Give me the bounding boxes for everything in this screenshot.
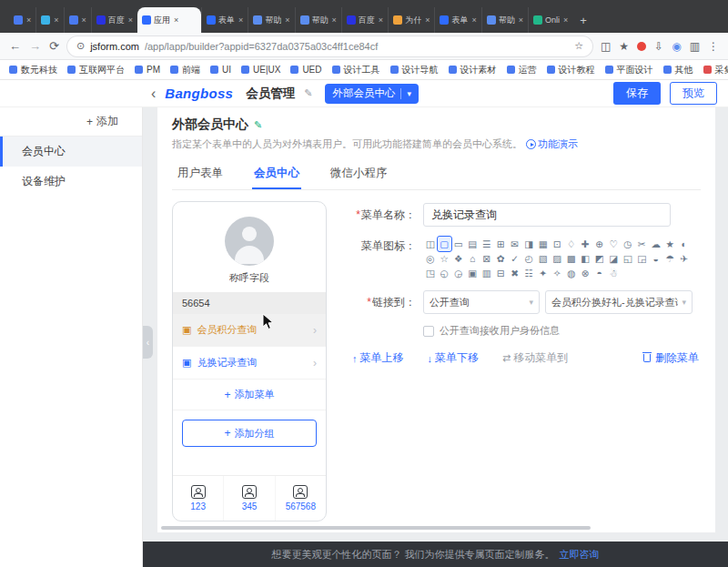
menu-name-input[interactable] [423, 203, 671, 227]
edit-tag-icon[interactable]: ✎ [254, 119, 262, 131]
menu-icon-option[interactable]: ⊡ [551, 237, 565, 251]
menu-icon-option[interactable]: ▭ [451, 237, 466, 251]
menu-icon-option[interactable]: ✧ [551, 266, 565, 280]
toolbar-icon[interactable]: ◉ [672, 40, 681, 53]
bookmark-item[interactable]: 设计工具 [332, 64, 380, 76]
bookmark-item[interactable]: 设计导航 [390, 64, 439, 76]
center-selector[interactable]: 外部会员中心 ▾ [325, 84, 419, 104]
bookmark-item[interactable]: 平面设计 [605, 64, 653, 76]
menu-icon-option[interactable]: ◧ [579, 251, 593, 266]
reload-icon[interactable]: ⟳ [49, 39, 59, 53]
tab-close-icon[interactable]: × [238, 15, 243, 25]
menu-icon-option[interactable]: ⊗ [579, 266, 593, 280]
menu-down-button[interactable]: ↓ 菜单下移 [428, 350, 480, 366]
menu-icon-option[interactable]: ✉ [508, 237, 522, 251]
menu-icon-option[interactable]: ❖ [451, 251, 466, 266]
menu-icon-option[interactable]: ◎ [423, 251, 438, 266]
phone-menu-item[interactable]: ▣兑换记录查询› [173, 347, 326, 380]
link-type-select[interactable]: 公开查询 ▾ [423, 290, 540, 314]
page-tab[interactable]: 会员中心 [252, 158, 301, 189]
menu-icon-option[interactable]: ◱ [621, 251, 635, 266]
menu-icon-option[interactable]: ▩ [564, 251, 579, 266]
menu-icon-option[interactable]: ✈ [677, 251, 692, 266]
menu-icon-option[interactable]: ✚ [579, 237, 593, 251]
bookmark-item[interactable]: UED [290, 65, 321, 75]
bookmark-item[interactable]: 互联网平台 [67, 64, 125, 76]
toolbar-icon[interactable]: ⇩ [654, 40, 663, 53]
browser-tab[interactable]: 帮助× [295, 7, 341, 33]
tab-close-icon[interactable]: × [54, 15, 58, 25]
menu-icon-option[interactable]: ▦ [536, 237, 551, 251]
browser-tab[interactable]: 帮助× [248, 7, 294, 33]
menu-icon-option[interactable]: ✓ [508, 251, 522, 266]
bookmark-item[interactable]: 采集到花瓣 [703, 64, 728, 76]
sidebar-item[interactable]: 设备维护 [0, 167, 142, 197]
save-button[interactable]: 保存 [613, 82, 661, 105]
toolbar-icon[interactable]: ★ [619, 40, 629, 53]
menu-icon-option[interactable]: ◍ [564, 266, 579, 280]
menu-icon-option[interactable]: ▤ [466, 237, 480, 251]
browser-tab[interactable]: 帮助× [481, 7, 528, 33]
menu-icon-option[interactable]: ☰ [480, 237, 494, 251]
back-icon[interactable]: ← [9, 39, 21, 53]
menu-icon-option[interactable]: ✂ [635, 237, 650, 251]
bookmark-star-icon[interactable]: ☆ [574, 40, 583, 52]
menu-icon-option[interactable]: ✿ [494, 251, 509, 266]
menu-icon-option[interactable]: ◷ [621, 237, 635, 251]
link-target-select[interactable]: 会员积分换好礼-兑换记录查询 ▾ [545, 290, 693, 314]
menu-delete-button[interactable]: 删除菜单 [643, 350, 699, 366]
bookmark-item[interactable]: 运营 [507, 64, 537, 76]
new-tab-button[interactable]: + [572, 7, 594, 33]
sidebar-add-button[interactable]: + 添加 [0, 107, 142, 137]
tab-close-icon[interactable]: × [519, 15, 523, 25]
add-menu-button[interactable]: + 添加菜单 [173, 380, 326, 410]
bookmark-item[interactable]: UE|UX [241, 65, 280, 75]
phone-menu-item[interactable]: ▣会员积分查询› [173, 314, 326, 347]
browser-tab[interactable]: 表单× [434, 7, 480, 33]
toolbar-icon[interactable]: ⋮ [708, 40, 719, 53]
tab-close-icon[interactable]: × [332, 15, 337, 25]
menu-icon-option[interactable]: ◴ [522, 251, 537, 266]
tab-close-icon[interactable]: × [128, 15, 133, 25]
phone-stat[interactable]: 567568 [275, 476, 326, 521]
menu-icon-option[interactable]: ☆ [438, 251, 452, 266]
menu-icon-option[interactable]: ⊕ [592, 237, 607, 251]
menu-icon-option[interactable]: ◶ [451, 266, 466, 280]
browser-tab[interactable]: 为什× [388, 7, 434, 33]
page-tab[interactable]: 用户表单 [176, 158, 225, 189]
bookmark-item[interactable]: 前端 [170, 64, 200, 76]
menu-icon-option[interactable]: ◐ [677, 237, 692, 251]
url-bar[interactable]: ⊙ jsform.com /app/lapp/builder?appid=632… [67, 36, 592, 56]
tab-close-icon[interactable]: × [26, 15, 31, 25]
toolbar-icon[interactable]: ◫ [601, 40, 611, 53]
add-group-button[interactable]: + 添加分组 [182, 420, 317, 447]
menu-up-button[interactable]: ↑ 菜单上移 [352, 350, 404, 366]
menu-icon-option[interactable]: ☃ [607, 266, 622, 280]
menu-icon-option[interactable]: ▨ [551, 251, 565, 266]
tab-close-icon[interactable]: × [379, 15, 383, 25]
menu-icon-option[interactable]: ⊟ [494, 266, 509, 280]
record-dot-icon[interactable] [637, 42, 646, 51]
browser-tab[interactable]: × [64, 7, 91, 33]
bookmark-item[interactable]: 设计素材 [449, 64, 497, 76]
menu-icon-option[interactable]: ♢ [564, 237, 579, 251]
collapse-handle[interactable]: ‹ [143, 326, 153, 359]
menu-icon-option[interactable]: ◲ [635, 251, 650, 266]
tab-close-icon[interactable]: × [563, 15, 568, 25]
bookmark-item[interactable]: 设计教程 [547, 64, 595, 76]
preview-button[interactable]: 预览 [670, 82, 717, 105]
menu-icon-option[interactable]: ◳ [423, 266, 438, 280]
menu-icon-option[interactable]: ♡ [607, 237, 622, 251]
menu-icon-option[interactable]: ⌂ [466, 251, 480, 266]
tab-close-icon[interactable]: × [425, 15, 430, 25]
horizontal-scrollbar[interactable] [161, 526, 712, 532]
menu-icon-option[interactable]: ✦ [536, 266, 551, 280]
browser-tab[interactable]: 百度× [341, 7, 388, 33]
menu-icon-option[interactable]: ◵ [438, 266, 452, 280]
menu-icon-option[interactable]: ☁ [649, 237, 663, 251]
menu-icon-option[interactable]: ▣ [466, 266, 480, 280]
tab-close-icon[interactable]: × [174, 15, 178, 25]
bookmark-item[interactable]: 数元科技 [9, 64, 57, 76]
page-tab[interactable]: 微信小程序 [329, 158, 389, 189]
phone-stat[interactable]: 345 [223, 476, 274, 521]
